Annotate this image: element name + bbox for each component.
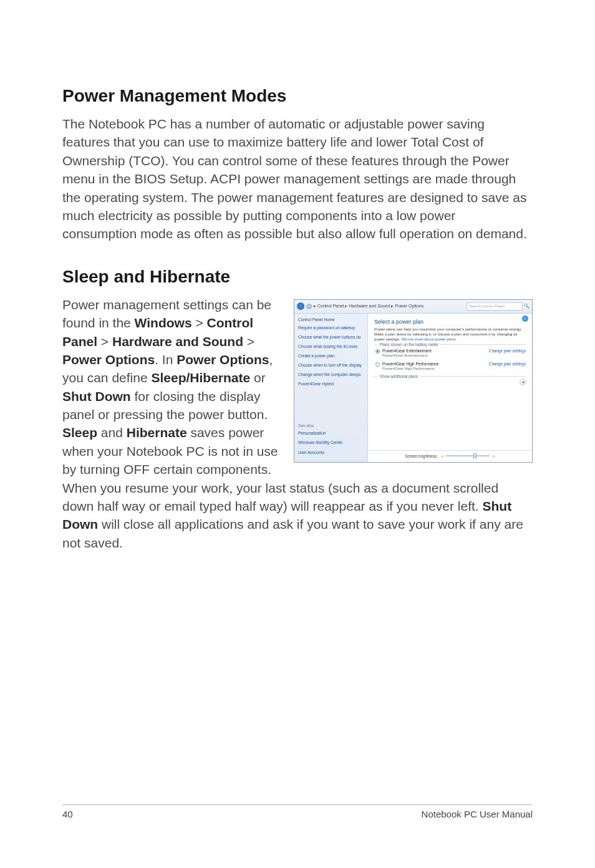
paragraph-power-modes: The Notebook PC has a number of automati… [62, 115, 533, 243]
plan-name: Power4Gear High Performance [382, 362, 439, 366]
search-input[interactable]: Search Control Panel [467, 302, 523, 311]
page-number: 40 [62, 809, 73, 819]
bold-text: Power Options [62, 352, 155, 367]
address-bar: ▸ Control Panel ▸ Hardware and Sound ▸ P… [294, 300, 532, 314]
power-plan-row[interactable]: Power4Gear Entertainment Power4Gear Ente… [374, 347, 526, 360]
sidebar-item[interactable]: Create a power plan [298, 354, 364, 359]
see-also-label: See also [298, 423, 364, 428]
bold-text: Windows [135, 316, 192, 330]
text: > [97, 334, 112, 349]
heading-sleep-hibernate: Sleep and Hibernate [62, 267, 533, 287]
sidebar-seealso-item[interactable]: Windows Mobility Center [298, 440, 364, 445]
bold-text: Shut Down [62, 389, 131, 403]
sidebar-item[interactable]: Choose what closing the lid does [298, 344, 364, 349]
change-plan-link[interactable]: Change plan settings [489, 349, 526, 353]
heading-power-modes: Power Management Modes [62, 86, 533, 106]
sidebar-home[interactable]: Control Panel Home [298, 317, 364, 322]
main-pane: Select a power plan Power plans can help… [368, 314, 532, 462]
bold-text: Power Options [177, 352, 269, 367]
plan-sub: Power4Gear Entertainment [382, 354, 432, 357]
text: and [97, 425, 127, 440]
brightness-bar: Screen brightness: ☀ ☀ [368, 450, 532, 458]
sidebar-item[interactable]: Change when the computer sleeps [298, 372, 364, 377]
sidebar-item[interactable]: Require a password on wakeup [298, 326, 364, 330]
radio-selected-icon[interactable] [375, 349, 380, 354]
text: . In [155, 352, 177, 367]
chevron-down-icon[interactable] [520, 379, 526, 385]
sidebar: Control Panel Home Require a password on… [294, 314, 368, 462]
power-plan-row[interactable]: Power4Gear High Performance Power4Gear H… [374, 360, 526, 374]
additional-plans-label: Show additional plans [378, 374, 420, 379]
bold-text: Sleep [62, 425, 97, 440]
sun-bright-icon: ☀ [492, 454, 495, 458]
pane-description: Power plans can help you maximize your c… [374, 327, 526, 342]
radio-icon[interactable] [375, 362, 380, 367]
sidebar-item[interactable]: Choose what the power buttons do [298, 335, 364, 340]
sun-dim-icon: ☀ [440, 454, 443, 458]
sidebar-seealso-item[interactable]: Personalization [298, 431, 364, 436]
brightness-slider[interactable] [446, 455, 490, 456]
text: > [243, 334, 254, 349]
plan-group-label: Plans shown on the battery meter [378, 342, 440, 347]
manual-title: Notebook PC User Manual [422, 809, 533, 819]
text: will close all applications and ask if y… [62, 517, 523, 549]
power-options-screenshot: ▸ Control Panel ▸ Hardware and Sound ▸ P… [294, 299, 533, 463]
forward-icon[interactable] [306, 304, 312, 309]
change-plan-link[interactable]: Change plan settings [489, 362, 526, 366]
sidebar-item[interactable]: Choose when to turn off the display [298, 363, 364, 368]
search-icon[interactable]: 🔍 [524, 304, 530, 309]
breadcrumb[interactable]: ▸ Control Panel ▸ Hardware and Sound ▸ P… [314, 304, 423, 309]
sidebar-item[interactable]: Power4Gear Hybrid [298, 382, 364, 387]
bold-text: Hibernate [127, 425, 187, 440]
help-icon[interactable] [522, 316, 528, 322]
text: > [192, 316, 207, 330]
brightness-label: Screen brightness: [405, 454, 438, 458]
tell-more-link[interactable]: Tell me more about power plans [401, 337, 456, 341]
plan-name: Power4Gear Entertainment [382, 349, 432, 353]
pane-title: Select a power plan [374, 319, 526, 325]
text: or [250, 370, 266, 385]
plan-sub: Power4Gear High Performance [382, 367, 439, 370]
page-footer: 40 Notebook PC User Manual [62, 804, 533, 819]
sidebar-seealso-item[interactable]: User Accounts [298, 450, 364, 455]
bold-text: Hardware and Sound [112, 334, 243, 349]
back-icon[interactable] [297, 302, 304, 310]
bold-text: Sleep/Hibernate [151, 370, 250, 385]
